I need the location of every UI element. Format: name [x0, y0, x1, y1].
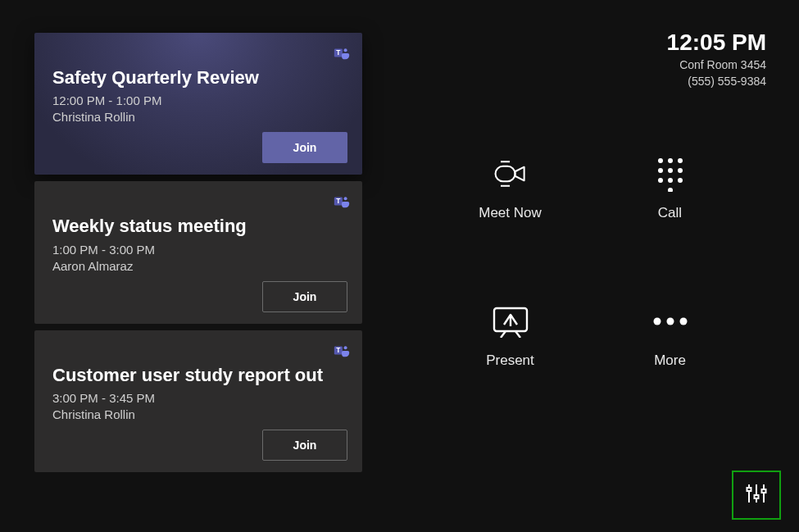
dialpad-icon	[651, 156, 690, 192]
meeting-time: 12:00 PM - 1:00 PM	[52, 93, 347, 107]
svg-rect-9	[495, 166, 515, 181]
action-label: Present	[486, 352, 534, 369]
meeting-title: Weekly status meeting	[52, 216, 347, 237]
svg-point-8	[344, 346, 347, 349]
teams-icon: T	[333, 193, 351, 211]
meetings-list: T Safety Quarterly Review 12:00 PM - 1:0…	[34, 33, 362, 479]
present-icon	[491, 303, 530, 339]
meet-now-button[interactable]: Meet Now	[434, 156, 586, 221]
svg-point-20	[678, 178, 683, 183]
settings-button[interactable]	[732, 471, 781, 520]
svg-point-25	[666, 318, 674, 325]
svg-point-14	[678, 158, 683, 163]
action-label: Meet Now	[479, 205, 542, 221]
svg-text:T: T	[336, 49, 340, 57]
svg-point-13	[668, 158, 673, 163]
meeting-title: Safety Quarterly Review	[52, 67, 347, 89]
meeting-organizer: Christina Rollin	[52, 110, 347, 124]
join-button[interactable]: Join	[262, 132, 347, 163]
more-button[interactable]: More	[594, 303, 746, 369]
meeting-organizer: Aaron Almaraz	[52, 259, 347, 273]
room-name: Conf Room 3454	[667, 57, 766, 74]
svg-point-18	[658, 178, 663, 183]
svg-rect-30	[747, 488, 751, 491]
join-button[interactable]: Join	[262, 281, 347, 312]
meeting-title: Customer user study report out	[52, 365, 347, 386]
meeting-card[interactable]: T Weekly status meeting 1:00 PM - 3:00 P…	[34, 181, 362, 323]
svg-point-5	[344, 198, 347, 201]
meeting-time: 1:00 PM - 3:00 PM	[52, 243, 347, 257]
more-icon	[651, 303, 690, 339]
svg-text:T: T	[336, 347, 340, 354]
svg-point-15	[658, 168, 663, 173]
svg-point-16	[668, 168, 673, 173]
svg-point-21	[668, 188, 673, 192]
call-button[interactable]: Call	[594, 156, 746, 221]
action-label: More	[654, 352, 686, 369]
teams-icon: T	[333, 44, 351, 62]
svg-point-26	[679, 318, 687, 325]
action-label: Call	[658, 205, 682, 221]
svg-point-19	[668, 178, 673, 183]
svg-text:T: T	[336, 198, 340, 206]
action-grid: Meet Now Call Present	[434, 156, 746, 369]
camera-icon	[491, 156, 530, 192]
svg-point-12	[658, 158, 663, 163]
svg-point-24	[653, 318, 661, 325]
room-info: 12:05 PM Conf Room 3454 (555) 555-9384	[667, 30, 766, 89]
svg-rect-32	[762, 489, 766, 493]
meeting-card[interactable]: T Customer user study report out 3:00 PM…	[34, 330, 362, 472]
teams-icon: T	[333, 342, 351, 360]
room-phone: (555) 555-9384	[667, 74, 766, 90]
clock: 12:05 PM	[667, 30, 766, 56]
meeting-time: 3:00 PM - 3:45 PM	[52, 391, 347, 405]
meeting-card-current[interactable]: T Safety Quarterly Review 12:00 PM - 1:0…	[34, 33, 362, 175]
svg-point-17	[678, 168, 683, 173]
svg-point-2	[344, 48, 347, 52]
join-button[interactable]: Join	[262, 430, 347, 461]
present-button[interactable]: Present	[434, 303, 586, 369]
meeting-organizer: Christina Rollin	[52, 407, 347, 421]
sliders-icon	[744, 481, 769, 509]
svg-rect-31	[755, 495, 759, 498]
